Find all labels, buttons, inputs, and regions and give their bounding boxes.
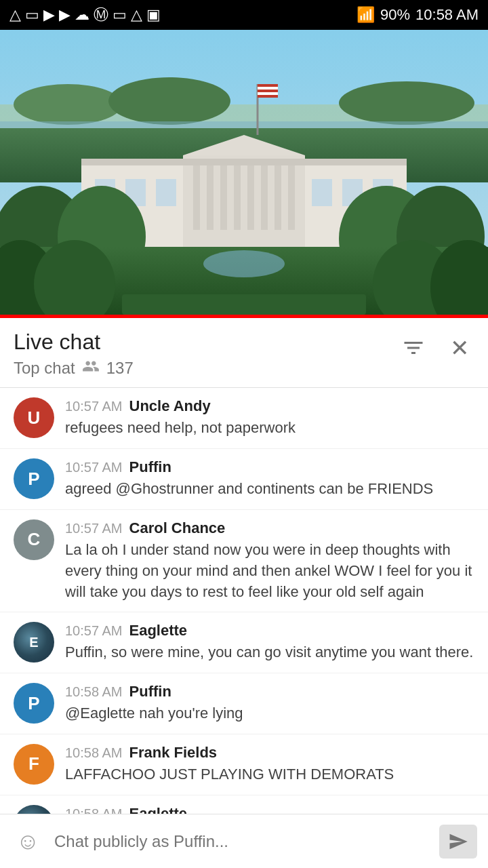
message-body: 10:58 AM Puffin @Eaglette nah you're lyi… [65, 683, 474, 724]
chat-header-right: ✕ [399, 333, 474, 363]
svg-rect-26 [258, 84, 278, 98]
message-text: Puffin, so were mine, you can go visit a… [65, 642, 474, 663]
folder-icon: ▭ [113, 6, 127, 24]
message-body: 10:57 AM Puffin agreed @Ghostrunner and … [65, 458, 474, 500]
avatar: E [14, 622, 54, 663]
message-item: U 10:57 AM Uncle Andy refugees need help… [0, 388, 488, 449]
filter-button[interactable] [399, 333, 428, 363]
send-icon [448, 831, 468, 852]
mastodon-icon: Ⓜ [94, 5, 108, 25]
notification-icons: △ ▭ ▶ ▶ ☁ Ⓜ ▭ △ ▣ [9, 5, 161, 25]
message-text: LAFFACHOO JUST PLAYING WITH DEMORATS [65, 764, 474, 785]
message-text: refugees need help, not paperwork [65, 418, 474, 439]
message-item: P 10:58 AM Puffin @Eaglette nah you're l… [0, 673, 488, 734]
chat-subtitle: Top chat 137 [14, 357, 134, 379]
svg-rect-12 [220, 162, 227, 230]
viewer-count: 137 [106, 359, 134, 378]
message-meta: 10:58 AM Puffin [65, 683, 474, 701]
emoji-button[interactable]: ☺ [11, 825, 45, 859]
wifi-icon: 📶 [357, 6, 375, 24]
hero-image [0, 30, 488, 315]
message-text: La la oh I under stand now you were in d… [65, 540, 474, 602]
top-chat-label[interactable]: Top chat [14, 359, 75, 378]
svg-point-4 [339, 81, 474, 125]
message-meta: 10:57 AM Puffin [65, 458, 474, 476]
svg-point-3 [108, 77, 230, 125]
message-body: 10:57 AM Uncle Andy refugees need help, … [65, 397, 474, 439]
message-meta: 10:58 AM Frank Fields [65, 744, 474, 762]
svg-rect-28 [258, 92, 278, 95]
status-bar: △ ▭ ▶ ▶ ☁ Ⓜ ▭ △ ▣ 📶 90% 10:58 AM [0, 0, 488, 30]
alert-icon: △ [9, 6, 21, 24]
close-icon: ✕ [450, 334, 469, 361]
youtube2-icon: ▶ [59, 6, 70, 24]
message-author: Puffin [129, 683, 171, 701]
message-meta: 10:57 AM Carol Chance [65, 519, 474, 537]
svg-rect-13 [234, 162, 241, 230]
emoji-icon: ☺ [16, 828, 40, 854]
svg-rect-15 [261, 162, 268, 230]
message-time: 10:57 AM [65, 460, 123, 475]
youtube-icon: ▶ [43, 6, 55, 24]
chat-header-left: Live chat Top chat 137 [14, 329, 134, 379]
message-body: 10:57 AM Eaglette Puffin, so were mine, … [65, 622, 474, 663]
message-body: 10:57 AM Carol Chance La la oh I under s… [65, 519, 474, 602]
avatar: P [14, 458, 54, 499]
svg-rect-8 [183, 155, 305, 250]
alert2-icon: △ [131, 6, 142, 24]
message-author: Uncle Andy [129, 397, 211, 415]
svg-rect-10 [193, 162, 200, 230]
svg-rect-16 [274, 162, 281, 230]
avatar: F [14, 744, 54, 785]
avatar: C [14, 519, 54, 560]
cloud-icon: ☁ [75, 6, 89, 24]
message-time: 10:58 AM [65, 745, 123, 761]
svg-rect-11 [207, 162, 214, 230]
message-icon: ▭ [25, 6, 39, 24]
message-text: @Eaglette nah you're lying [65, 703, 474, 724]
svg-point-2 [14, 84, 122, 125]
chat-input[interactable] [54, 825, 430, 859]
send-button[interactable] [439, 825, 477, 859]
whitehouse-illustration [0, 30, 488, 315]
message-author: Frank Fields [129, 744, 218, 762]
chat-input-bar: ☺ [0, 814, 488, 868]
message-text: agreed @Ghostrunner and continents can b… [65, 479, 474, 500]
message-author: Puffin [129, 458, 171, 476]
svg-rect-21 [312, 179, 332, 206]
battery-text: 90% [380, 6, 410, 24]
people-icon [82, 357, 100, 379]
svg-rect-17 [288, 162, 295, 230]
message-author: Carol Chance [129, 519, 226, 537]
message-time: 10:57 AM [65, 399, 123, 414]
message-meta: 10:57 AM Uncle Andy [65, 397, 474, 415]
message-body: 10:58 AM Frank Fields LAFFACHOO JUST PLA… [65, 744, 474, 785]
svg-rect-24 [81, 159, 407, 165]
avatar: U [14, 397, 54, 438]
svg-rect-27 [258, 87, 278, 90]
close-button[interactable]: ✕ [445, 333, 474, 363]
svg-rect-39 [122, 294, 366, 315]
message-time: 10:57 AM [65, 623, 123, 639]
message-time: 10:58 AM [65, 684, 123, 700]
avatar: P [14, 683, 54, 724]
message-meta: 10:57 AM Eaglette [65, 622, 474, 639]
status-right: 📶 90% 10:58 AM [357, 6, 479, 24]
svg-rect-20 [156, 179, 176, 206]
message-author: Eaglette [129, 622, 188, 639]
message-item: F 10:58 AM Frank Fields LAFFACHOO JUST P… [0, 734, 488, 795]
svg-point-34 [203, 250, 285, 277]
message-item: P 10:57 AM Puffin agreed @Ghostrunner an… [0, 449, 488, 510]
live-chat-title: Live chat [14, 329, 134, 355]
photo-icon: ▣ [146, 6, 161, 24]
chat-header: Live chat Top chat 137 ✕ [0, 318, 488, 388]
message-time: 10:57 AM [65, 521, 123, 536]
message-item: C 10:57 AM Carol Chance La la oh I under… [0, 510, 488, 612]
message-item: E 10:57 AM Eaglette Puffin, so were mine… [0, 612, 488, 673]
svg-rect-14 [247, 162, 254, 230]
time-display: 10:58 AM [415, 6, 479, 24]
messages-list: U 10:57 AM Uncle Andy refugees need help… [0, 388, 488, 832]
